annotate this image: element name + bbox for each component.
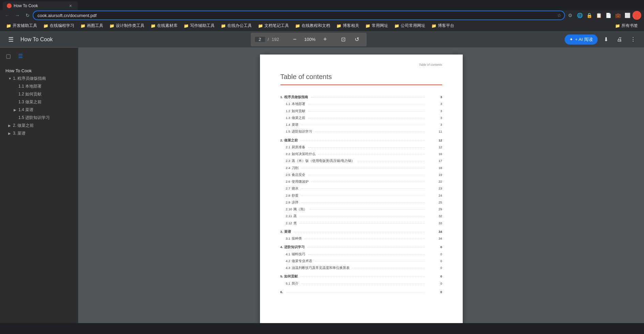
extension-btn-3[interactable]: 🔒 (585, 11, 594, 20)
bookmark-changyongwangzhi[interactable]: 📁 常用网址 (363, 21, 391, 30)
forward-button[interactable]: → (13, 11, 22, 20)
bookmark-zaixianbanpubangongju[interactable]: 📁 在线办公工具 (218, 21, 255, 30)
sidebar-item-2[interactable]: ▶ 2. 做菜之前 (3, 122, 75, 130)
folder-icon: 📁 (221, 24, 226, 28)
folder-icon: 📁 (336, 24, 341, 28)
extension-btn-1[interactable]: ⚙ (566, 11, 574, 20)
sidebar-label: 3. 菜谱 (13, 131, 73, 136)
page-number-input[interactable] (255, 37, 265, 42)
folder-icon: 📁 (431, 24, 436, 28)
bookmark-label: 博客相关 (343, 23, 359, 29)
bookmark-bkepingtai[interactable]: 📁 博客平台 (429, 21, 457, 30)
browser-toolbar-icons: ⚙ 🌐 🔒 📋 📄 💼 ⬜ (566, 11, 641, 20)
bookmark-label: 写作辅助工具 (190, 23, 215, 29)
print-button[interactable]: 🖨 (614, 34, 625, 45)
sidebar-item-3[interactable]: ▶ 3. 菜谱 (3, 130, 75, 137)
chevron-right-icon: ▶ (14, 108, 18, 112)
extension-btn-7[interactable]: ⬜ (623, 11, 632, 20)
sidebar-toc-button[interactable]: ☰ (15, 50, 26, 61)
bookmark-label: 在线编程学习 (50, 23, 74, 29)
folder-icon: 📁 (365, 24, 370, 28)
sidebar-thumbnails-button[interactable]: ▢ (3, 50, 14, 61)
bookmark-zaixianbiancheng[interactable]: 📁 在线编程学习 (41, 21, 77, 30)
address-input[interactable] (33, 11, 564, 19)
bookmark-kaifafulizhugongju[interactable]: 📁 开发辅助工具 (3, 21, 40, 30)
download-button[interactable]: ⬇ (600, 34, 611, 45)
sidebar-item-1-3[interactable]: 1.3 做菜之前 (3, 98, 75, 106)
tab-bar: How To Cook × (0, 0, 644, 10)
zoom-out-button[interactable]: − (290, 35, 300, 44)
pdf-title: How To Cook (20, 36, 53, 43)
folder-icon: 📁 (6, 24, 11, 28)
sidebar-item-1-5[interactable]: 1.5 进阶知识学习 (3, 114, 75, 122)
folder-icon: 📁 (184, 24, 189, 28)
browser-chrome: How To Cook × ← → ↻ ☆ ⚙ 🌐 🔒 📋 📄 💼 ⬜ (0, 0, 644, 20)
chevron-down-icon: ▼ (8, 77, 13, 80)
bookmark-zaixiansuicaiku[interactable]: 📁 在线素材库 (148, 21, 180, 30)
bookmark-shejizhizuolei[interactable]: 📁 设计制作类工具 (107, 21, 147, 30)
sidebar-label: 1.2 如何贡献 (18, 91, 73, 97)
bookmark-zaixianjiaocheng[interactable]: 📁 在线教程和文档 (292, 21, 333, 30)
page-header-label: Table of contents (419, 63, 442, 67)
bookmarks-bar: 📁 开发辅助工具 📁 在线编程学习 📁 画图工具 📁 设计制作类工具 📁 在线素… (0, 20, 644, 31)
page-total: 192 (272, 37, 279, 42)
sidebar-item-1-1[interactable]: 1.1 本地部署 (3, 82, 75, 90)
active-tab[interactable]: How To Cook × (3, 1, 78, 10)
chevron-right-icon: ▶ (8, 124, 13, 127)
extension-btn-6[interactable]: 💼 (613, 11, 622, 20)
bookmark-allbookmarks[interactable]: 📁 所有书签 (612, 21, 641, 30)
sidebar-item-1-4[interactable]: ▶ 1.4 菜谱 (3, 106, 75, 114)
extension-btn-5[interactable]: 📄 (604, 11, 613, 20)
pdf-toolbar: ☰ How To Cook / 192 − 100% + ⊡ ↺ ✦ + AI … (0, 31, 644, 48)
sidebar-label: 1. 程序员做饭指南 (13, 76, 73, 81)
folder-icon: 📁 (295, 24, 300, 28)
back-button[interactable]: ← (3, 11, 12, 20)
pdf-page-area[interactable]: Table of contents Table of contents 1. 程… (78, 48, 644, 323)
bookmark-xiezuofuzhugongju[interactable]: 📁 写作辅助工具 (181, 21, 217, 30)
tab-close-button[interactable]: × (67, 3, 74, 9)
address-bar-container: ☆ (33, 11, 564, 19)
pdf-content: ▢ ☰ How To Cook ▼ 1. 程序员做饭指南 1.1 本地部署 1.… (0, 48, 644, 323)
pdf-viewer: ☰ How To Cook / 192 − 100% + ⊡ ↺ ✦ + AI … (0, 31, 644, 323)
bookmark-wendangjizhu[interactable]: 📁 文档笔记工具 (255, 21, 292, 30)
ai-button-label: + AI 阅读 (575, 36, 593, 43)
bookmark-huatuogongju[interactable]: 📁 画图工具 (78, 21, 106, 30)
fit-page-button[interactable]: ⊡ (338, 34, 349, 45)
pdf-sidebar: ▢ ☰ How To Cook ▼ 1. 程序员做饭指南 1.1 本地部署 1.… (0, 48, 78, 323)
sidebar-root-title[interactable]: How To Cook (3, 67, 75, 75)
bookmark-label: 文档笔记工具 (264, 23, 289, 29)
bookmark-label: 设计制作类工具 (116, 23, 144, 29)
folder-icon: 📁 (151, 24, 156, 28)
more-options-button[interactable]: ⋮ (628, 34, 639, 45)
sidebar-icon-row: ▢ ☰ (0, 48, 78, 64)
hamburger-menu-button[interactable]: ☰ (5, 34, 16, 45)
extension-btn-4[interactable]: 📋 (594, 11, 603, 20)
page-navigation: / 192 − 100% + ⊡ ↺ (251, 33, 367, 46)
toc-page-title: Table of contents (280, 72, 442, 82)
folder-icon: 📁 (258, 24, 263, 28)
profile-button[interactable] (632, 11, 641, 20)
sidebar-label: 1.5 进阶知识学习 (18, 115, 73, 121)
sidebar-item-1[interactable]: ▼ 1. 程序员做饭指南 (3, 75, 75, 82)
bookmark-label: 画图工具 (87, 23, 103, 29)
zoom-in-button[interactable]: + (320, 35, 330, 44)
bookmark-label: 所有书签 (622, 23, 638, 29)
browser-toolbar: ← → ↻ ☆ ⚙ 🌐 🔒 📋 📄 💼 ⬜ (0, 10, 644, 20)
bookmark-label: 公司常用网址 (401, 23, 425, 29)
folder-icon: 📁 (109, 24, 114, 28)
page-separator: / (268, 37, 269, 42)
bookmark-label: 在线办公工具 (227, 23, 252, 29)
extension-btn-2[interactable]: 🌐 (575, 11, 584, 20)
sidebar-label: 1.3 做菜之前 (18, 99, 73, 105)
bookmark-label: 常用网址 (372, 23, 388, 29)
sidebar-item-1-2[interactable]: 1.2 如何贡献 (3, 90, 75, 98)
zoom-level: 100% (302, 37, 318, 42)
rotate-button[interactable]: ↺ (352, 34, 363, 45)
ai-read-button[interactable]: ✦ + AI 阅读 (565, 34, 598, 45)
sidebar-toc: How To Cook ▼ 1. 程序员做饭指南 1.1 本地部署 1.2 如何… (0, 64, 78, 323)
bookmark-bkexianguan[interactable]: 📁 博客相关 (334, 21, 362, 30)
sidebar-label: 1.1 本地部署 (18, 84, 73, 89)
bookmark-gschangyong[interactable]: 📁 公司常用网址 (392, 21, 428, 30)
bookmark-star-icon[interactable]: ☆ (557, 13, 562, 18)
reload-button[interactable]: ↻ (23, 11, 32, 20)
